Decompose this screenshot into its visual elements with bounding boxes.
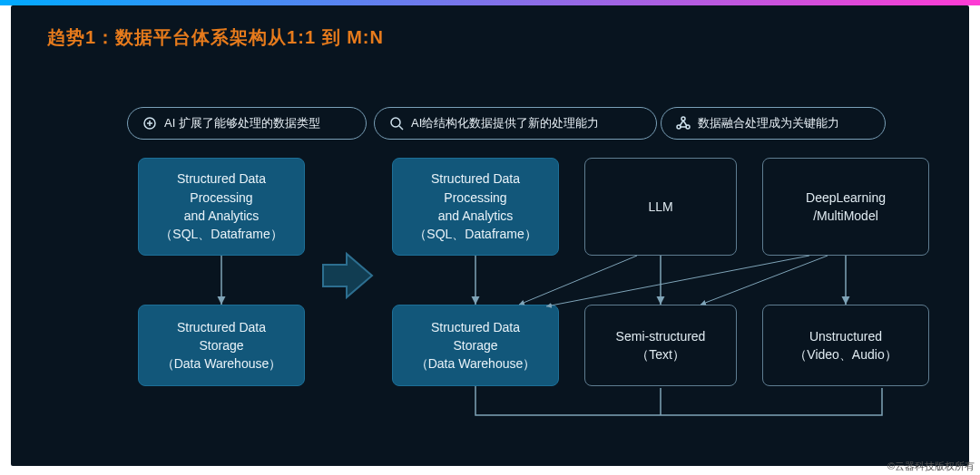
box-text: Structured Data Storage （Data Warehouse）: [416, 318, 536, 373]
box-semi-structured: Semi-structured （Text）: [584, 305, 737, 386]
box-text: Structured Data Storage （Data Warehouse）: [162, 318, 282, 373]
magnify-icon: [389, 116, 404, 131]
pill-fusion: 数据融合处理成为关键能力: [661, 107, 886, 140]
box-text: Semi-structured （Text）: [616, 327, 706, 364]
box-text: Structured Data Processing and Analytics…: [160, 170, 282, 243]
slide-canvas: 趋势1：数据平台体系架构从1:1 到 M:N AI 扩展了能够处理的数据类型 A…: [11, 5, 969, 466]
pill-ai-structured: AI给结构化数据提供了新的处理能力: [374, 107, 657, 140]
box-text: DeepLearning /MultiModel: [806, 189, 886, 226]
box-unstructured: Unstructured （Video、Audio）: [762, 305, 929, 386]
box-text: Unstructured （Video、Audio）: [794, 327, 897, 364]
pill-ai-expand: AI 扩展了能够处理的数据类型: [127, 107, 367, 140]
svg-point-2: [681, 117, 685, 121]
svg-point-1: [391, 118, 400, 127]
pill-label: AI给结构化数据提供了新的处理能力: [411, 115, 599, 131]
pill-label: 数据融合处理成为关键能力: [698, 115, 839, 131]
box-text: Structured Data Processing and Analytics…: [414, 170, 536, 243]
svg-line-9: [519, 256, 637, 305]
box-text: LLM: [648, 198, 672, 216]
box-structured-proc-left: Structured Data Processing and Analytics…: [138, 158, 305, 256]
box-structured-proc-right: Structured Data Processing and Analytics…: [392, 158, 559, 256]
transition-arrow-icon: [321, 248, 376, 303]
pill-label: AI 扩展了能够处理的数据类型: [164, 115, 320, 131]
copyright-footer: ©云器科技版权所有: [887, 460, 975, 473]
box-structured-store-left: Structured Data Storage （Data Warehouse）: [138, 305, 305, 386]
box-deeplearning: DeepLearning /MultiModel: [762, 158, 929, 256]
brain-icon: [142, 116, 157, 131]
slide-title: 趋势1：数据平台体系架构从1:1 到 M:N: [47, 25, 384, 50]
svg-line-10: [546, 256, 809, 306]
box-structured-store-right: Structured Data Storage （Data Warehouse）: [392, 305, 559, 386]
network-icon: [676, 116, 691, 131]
box-llm: LLM: [584, 158, 737, 256]
svg-line-11: [701, 256, 828, 305]
